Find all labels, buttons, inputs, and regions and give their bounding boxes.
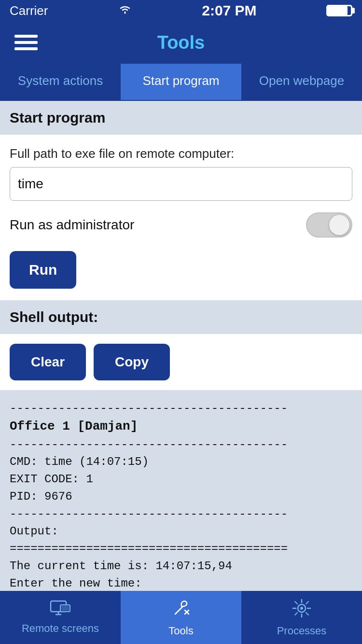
- copy-button[interactable]: Copy: [94, 344, 170, 380]
- start-program-section-header: Start program: [0, 101, 362, 135]
- exe-path-input[interactable]: [10, 167, 352, 201]
- run-button[interactable]: Run: [10, 251, 76, 289]
- toggle-thumb: [329, 215, 349, 235]
- status-time: 2:07 PM: [202, 2, 256, 19]
- shell-output-line: EXIT CODE: 1: [10, 471, 352, 488]
- shell-output-line: ----------------------------------------: [10, 436, 352, 453]
- nav-item-tools[interactable]: Tools: [121, 591, 241, 644]
- shell-output-line: PID: 9676: [10, 488, 352, 505]
- shell-output-line: Enter the new time:: [10, 575, 352, 592]
- svg-line-14: [306, 613, 308, 615]
- svg-rect-4: [61, 606, 69, 611]
- nav-bar: Tools: [0, 21, 362, 64]
- run-as-admin-row: Run as administrator: [10, 212, 352, 238]
- shell-output-line: The current time is: 14:07:15,94: [10, 558, 352, 575]
- svg-line-15: [306, 602, 308, 604]
- exe-path-label: Full path to exe file on remote computer…: [10, 146, 352, 161]
- tab-open-webpage[interactable]: Open webpage: [241, 64, 362, 100]
- carrier-label: Carrier: [10, 3, 48, 18]
- shell-output-section-header: Shell output:: [0, 300, 362, 334]
- battery-icon: [326, 5, 352, 16]
- tab-start-program[interactable]: Start program: [121, 64, 241, 100]
- shell-output-line: Output:: [10, 523, 352, 540]
- run-as-admin-toggle[interactable]: [306, 212, 352, 238]
- tools-icon: [170, 598, 192, 622]
- remote-screens-icon: [50, 600, 71, 619]
- shell-output-line: CMD: time (14:07:15): [10, 453, 352, 471]
- status-bar: Carrier 2:07 PM: [0, 0, 362, 21]
- shell-output-line: ========================================: [10, 540, 352, 558]
- clear-button[interactable]: Clear: [10, 344, 86, 380]
- tab-system-actions[interactable]: System actions: [0, 64, 121, 100]
- nav-title: Tools: [42, 32, 320, 53]
- shell-buttons-row: Clear Copy: [0, 334, 362, 390]
- svg-line-13: [295, 602, 297, 604]
- nav-item-remote-screens[interactable]: Remote screens: [0, 591, 121, 644]
- nav-label-tools: Tools: [168, 625, 193, 637]
- nav-label-processes: Processes: [277, 625, 327, 637]
- start-program-content: Full path to exe file on remote computer…: [0, 135, 362, 300]
- nav-label-remote-screens: Remote screens: [22, 622, 99, 635]
- top-tab-bar: System actions Start program Open webpag…: [0, 64, 362, 101]
- bottom-nav-bar: Remote screens Tools: [0, 591, 362, 644]
- nav-item-processes[interactable]: Processes: [241, 591, 362, 644]
- shell-output-line: Office 1 [Damjan]: [10, 417, 352, 436]
- processes-icon: [291, 598, 312, 622]
- wifi-icon: [118, 4, 132, 17]
- svg-line-16: [295, 613, 297, 615]
- svg-point-8: [300, 607, 303, 610]
- menu-button[interactable]: [10, 30, 42, 55]
- run-as-admin-label: Run as administrator: [10, 217, 134, 233]
- shell-output-line: ----------------------------------------: [10, 400, 352, 417]
- shell-output-line: ----------------------------------------: [10, 505, 352, 523]
